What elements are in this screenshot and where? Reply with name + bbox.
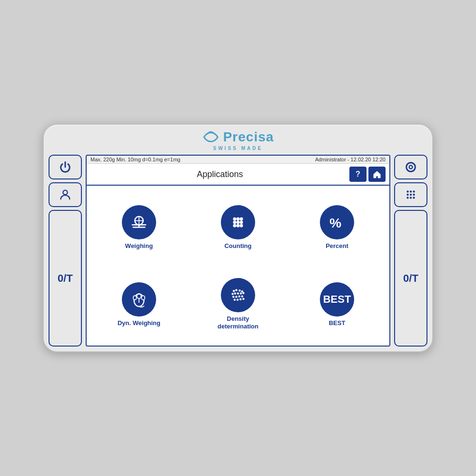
- svg-point-13: [240, 220, 243, 224]
- home-button[interactable]: [368, 167, 386, 182]
- tagline: SWISS MADE: [213, 146, 263, 151]
- svg-point-35: [241, 296, 243, 298]
- screen: Max. 220g Min. 10mg d=0.1mg e=1mg Admini…: [86, 155, 390, 347]
- svg-point-37: [237, 299, 238, 301]
- best-label: BEST: [329, 319, 346, 327]
- right-controls: 0/T: [394, 155, 427, 347]
- brand-name: Precisa: [223, 129, 274, 145]
- svg-point-41: [409, 166, 413, 169]
- svg-point-22: [141, 296, 145, 300]
- app-item-weighing[interactable]: Weighing: [91, 190, 187, 264]
- svg-text:%: %: [329, 215, 341, 230]
- svg-point-34: [238, 296, 240, 298]
- svg-point-10: [240, 217, 243, 220]
- app-item-best[interactable]: BEST BEST: [289, 268, 385, 341]
- svg-point-29: [237, 293, 239, 295]
- svg-point-31: [242, 292, 244, 294]
- app-item-dyn-weighing[interactable]: Dyn. Weighing: [91, 268, 187, 341]
- svg-point-12: [237, 220, 240, 224]
- screen-header-bar: Max. 220g Min. 10mg d=0.1mg e=1mg Admini…: [87, 156, 389, 164]
- svg-point-8: [233, 217, 237, 220]
- svg-point-24: [235, 289, 237, 291]
- user-button[interactable]: [49, 182, 82, 207]
- counting-icon: [221, 205, 255, 239]
- app-item-density[interactable]: Density determination: [190, 268, 286, 341]
- left-zero-tare-button[interactable]: 0/T: [49, 210, 82, 347]
- svg-point-11: [233, 220, 237, 224]
- counting-label: Counting: [224, 242, 251, 249]
- svg-point-47: [413, 194, 415, 196]
- app-grid: Weighing: [87, 186, 389, 346]
- svg-point-9: [237, 217, 240, 220]
- svg-point-28: [234, 293, 236, 295]
- scale-body: Precisa SWISS MADE 0/T: [43, 124, 433, 352]
- svg-point-38: [239, 298, 241, 300]
- title-buttons: ?: [349, 167, 386, 182]
- weighing-label: Weighing: [125, 242, 153, 249]
- app-item-counting[interactable]: Counting: [190, 190, 286, 264]
- screen-info-left: Max. 220g Min. 10mg d=0.1mg e=1mg: [90, 157, 180, 162]
- right-zero-tare-label: 0/T: [403, 272, 418, 285]
- dyn-weighing-icon: [122, 282, 156, 317]
- camera-button[interactable]: [394, 155, 427, 179]
- svg-point-40: [407, 163, 416, 172]
- app-item-percent[interactable]: % Percent: [289, 190, 385, 264]
- svg-point-36: [234, 299, 236, 301]
- svg-point-25: [238, 290, 240, 292]
- svg-point-32: [232, 296, 234, 298]
- power-button[interactable]: [49, 155, 82, 179]
- svg-point-23: [233, 290, 235, 292]
- main-section: 0/T Max. 220g Min. 10mg d=0.1mg e=1mg Ad…: [44, 155, 432, 351]
- svg-point-42: [407, 190, 408, 192]
- weighing-icon: [122, 205, 156, 239]
- svg-point-44: [413, 190, 415, 192]
- best-icon: BEST: [320, 282, 354, 317]
- svg-point-48: [407, 197, 408, 198]
- grid-button[interactable]: [394, 182, 427, 207]
- density-label: Density determination: [218, 315, 258, 330]
- percent-label: Percent: [326, 242, 348, 249]
- svg-point-14: [233, 224, 237, 227]
- svg-point-45: [407, 194, 408, 196]
- logo-area: Precisa SWISS MADE: [202, 129, 274, 151]
- svg-point-46: [410, 194, 412, 196]
- svg-point-50: [413, 197, 415, 198]
- help-button[interactable]: ?: [349, 167, 367, 182]
- screen-info-right: Administrator - 12.02.20 12:20: [315, 157, 386, 162]
- density-icon: [221, 278, 255, 312]
- dyn-weighing-label: Dyn. Weighing: [118, 319, 160, 327]
- screen-title-bar: Applications ?: [87, 164, 389, 186]
- svg-point-33: [235, 296, 237, 298]
- svg-point-0: [63, 190, 67, 195]
- screen-title: Applications: [90, 169, 349, 179]
- svg-point-15: [237, 224, 240, 227]
- svg-point-30: [240, 293, 242, 295]
- left-controls: 0/T: [49, 155, 82, 347]
- svg-point-43: [410, 190, 412, 192]
- right-zero-tare-button[interactable]: 0/T: [394, 210, 427, 347]
- svg-point-39: [242, 298, 244, 300]
- svg-point-21: [133, 296, 137, 300]
- svg-point-16: [240, 224, 243, 227]
- svg-point-27: [231, 293, 233, 295]
- svg-point-26: [241, 290, 243, 292]
- precisa-logo-icon: [202, 130, 219, 144]
- left-zero-tare-label: 0/T: [58, 272, 73, 285]
- svg-point-49: [410, 197, 412, 198]
- percent-icon: %: [320, 205, 354, 239]
